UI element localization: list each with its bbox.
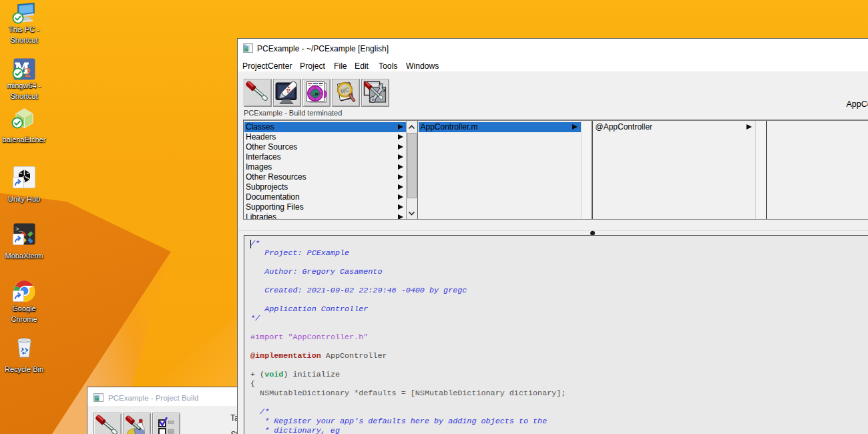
svg-text:2: 2 bbox=[25, 65, 31, 79]
svg-text:.m: .m bbox=[312, 91, 318, 97]
svg-text:>_: >_ bbox=[15, 226, 23, 233]
